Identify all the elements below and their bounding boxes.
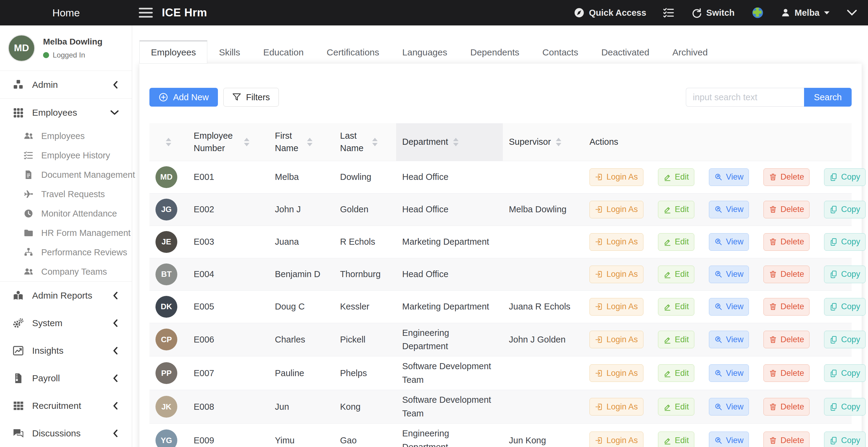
tab-employees[interactable]: Employees: [140, 40, 207, 64]
copy-button[interactable]: Copy: [824, 266, 866, 283]
tab-deactivated[interactable]: Deactivated: [590, 40, 661, 64]
sort-icon[interactable]: [244, 138, 249, 146]
view-button[interactable]: View: [709, 364, 749, 382]
edit-button[interactable]: Edit: [658, 201, 695, 218]
sidebar-item-insights[interactable]: Insights: [0, 337, 132, 364]
copy-button[interactable]: Copy: [824, 331, 866, 348]
sidebar-item-recruitment[interactable]: Recruitment: [0, 392, 132, 419]
tab-contacts[interactable]: Contacts: [531, 40, 590, 64]
login-as-icon: [595, 303, 603, 311]
login-as-button[interactable]: Login As: [589, 298, 644, 316]
edit-button[interactable]: Edit: [658, 266, 695, 283]
login-as-button[interactable]: Login As: [589, 364, 644, 382]
tab-skills[interactable]: Skills: [207, 40, 252, 64]
login-as-button[interactable]: Login As: [589, 233, 644, 251]
view-button[interactable]: View: [709, 168, 749, 186]
tab-languages[interactable]: Languages: [391, 40, 459, 64]
delete-button[interactable]: Delete: [764, 398, 809, 415]
sidebar-item-admin-reports[interactable]: Admin Reports: [0, 282, 132, 309]
sidebar-subitem-hr-form-management[interactable]: HR Form Management: [0, 223, 132, 243]
view-button[interactable]: View: [709, 201, 749, 218]
delete-button[interactable]: Delete: [764, 266, 809, 283]
edit-button[interactable]: Edit: [658, 298, 695, 316]
delete-button[interactable]: Delete: [764, 233, 809, 251]
supervisor-cell: Jun Kong: [503, 424, 583, 447]
collapse-navbar-button[interactable]: [847, 9, 857, 16]
tab-archived[interactable]: Archived: [661, 40, 719, 64]
search-input[interactable]: [686, 88, 804, 107]
view-button[interactable]: View: [709, 233, 749, 251]
delete-button[interactable]: Delete: [764, 432, 809, 447]
sidebar-item-label: Payroll: [32, 373, 60, 383]
sidebar-item-discussions[interactable]: Discussions: [0, 419, 132, 447]
sidebar-item-system[interactable]: System: [0, 309, 132, 337]
filters-button[interactable]: Filters: [223, 88, 279, 107]
sort-icon[interactable]: [556, 138, 561, 146]
view-button[interactable]: View: [709, 398, 749, 415]
copy-button[interactable]: Copy: [824, 432, 866, 447]
switch-button[interactable]: Switch: [691, 7, 734, 18]
copy-button[interactable]: Copy: [824, 233, 866, 251]
edit-button[interactable]: Edit: [658, 432, 695, 447]
tab-dependents[interactable]: Dependents: [459, 40, 531, 64]
edit-button[interactable]: Edit: [658, 364, 695, 382]
user-menu[interactable]: Melba: [781, 8, 830, 18]
view-button[interactable]: View: [709, 331, 749, 348]
sort-icon[interactable]: [166, 138, 171, 146]
last-name-cell: Gao: [334, 424, 396, 447]
copy-button[interactable]: Copy: [824, 364, 866, 382]
column-header-supervisor[interactable]: Supervisor: [503, 123, 583, 161]
delete-button[interactable]: Delete: [764, 331, 809, 348]
column-header-first-name[interactable]: First Name: [269, 123, 334, 161]
copy-button[interactable]: Copy: [824, 201, 866, 218]
search-button[interactable]: Search: [804, 88, 851, 107]
sidebar-subitem-employees[interactable]: Employees: [0, 126, 132, 146]
tab-education[interactable]: Education: [252, 40, 315, 64]
view-button[interactable]: View: [709, 298, 749, 316]
view-button[interactable]: View: [709, 266, 749, 283]
sort-icon[interactable]: [372, 138, 378, 146]
column-header-department[interactable]: Department: [396, 123, 503, 161]
copy-button[interactable]: Copy: [824, 168, 866, 186]
edit-button[interactable]: Edit: [658, 233, 695, 251]
copy-button[interactable]: Copy: [824, 398, 866, 415]
delete-button[interactable]: Delete: [764, 364, 809, 382]
menu-toggle-button[interactable]: [139, 7, 153, 18]
sidebar-subitem-travel-requests[interactable]: Travel Requests: [0, 184, 132, 204]
delete-button[interactable]: Delete: [764, 298, 809, 316]
login-as-button[interactable]: Login As: [589, 398, 644, 415]
column-header-employee-number[interactable]: Employee Number: [188, 123, 269, 161]
tab-certifications[interactable]: Certifications: [315, 40, 391, 64]
tasks-button[interactable]: [663, 7, 674, 18]
login-as-button[interactable]: Login As: [589, 201, 644, 218]
copy-button[interactable]: Copy: [824, 298, 866, 316]
view-button[interactable]: View: [709, 432, 749, 447]
sort-icon[interactable]: [307, 138, 312, 146]
column-header-last-name[interactable]: Last Name: [334, 123, 396, 161]
login-as-button[interactable]: Login As: [589, 331, 644, 348]
sidebar-subitem-employee-history[interactable]: Employee History: [0, 146, 132, 165]
edit-button[interactable]: Edit: [658, 331, 695, 348]
login-as-button[interactable]: Login As: [589, 266, 644, 283]
sidebar-subitem-label: Monitor Attendance: [41, 209, 117, 219]
sidebar-item-admin[interactable]: Admin: [0, 71, 132, 98]
edit-button[interactable]: Edit: [658, 398, 695, 415]
home-nav[interactable]: Home: [0, 7, 132, 19]
language-globe-button[interactable]: [752, 7, 764, 19]
login-as-button[interactable]: Login As: [589, 168, 644, 186]
sidebar-subitem-monitor-attendance[interactable]: Monitor Attendance: [0, 204, 132, 223]
sidebar-subitem-company-teams[interactable]: Company Teams: [0, 262, 132, 281]
column-header-avatar[interactable]: [149, 123, 188, 161]
sidebar-item-employees[interactable]: Employees: [0, 99, 132, 126]
sidebar-item-payroll[interactable]: Payroll: [0, 364, 132, 392]
edit-button[interactable]: Edit: [658, 168, 695, 186]
add-new-button[interactable]: Add New: [149, 88, 218, 107]
sort-icon[interactable]: [453, 138, 459, 146]
quick-access-button[interactable]: Quick Access: [574, 7, 646, 18]
sidebar-subitem-performance-reviews[interactable]: Performance Reviews: [0, 243, 132, 262]
login-as-button[interactable]: Login As: [589, 432, 644, 447]
delete-button[interactable]: Delete: [764, 168, 809, 186]
first-name-cell: Pauline: [269, 356, 334, 390]
delete-button[interactable]: Delete: [764, 201, 809, 218]
sidebar-subitem-document-management[interactable]: Document Management: [0, 165, 132, 184]
